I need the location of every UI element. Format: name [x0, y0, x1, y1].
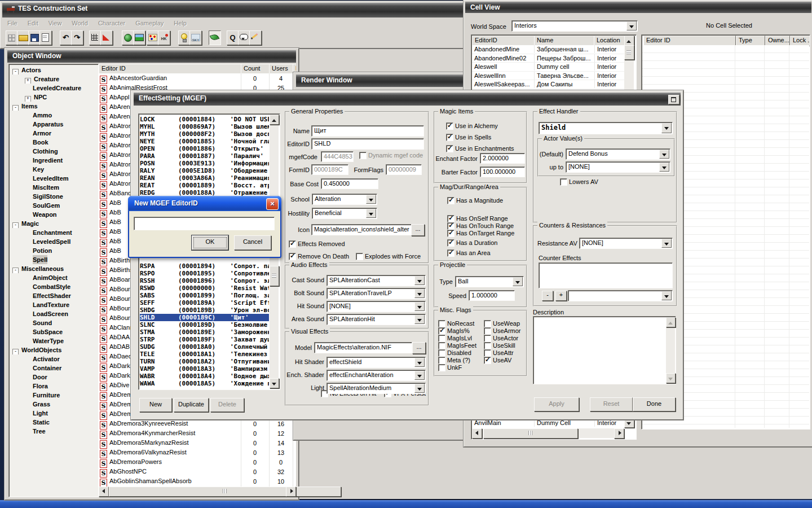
light-button[interactable]	[178, 30, 191, 45]
version-control-button[interactable]	[6, 30, 18, 45]
tree-item-door[interactable]: Door	[9, 373, 98, 382]
cell-row[interactable]: AleswellSakeepas...Дом СакипыInterior	[472, 80, 624, 89]
hit-sound-dropdown[interactable]: [NONE]	[326, 301, 426, 312]
chevron-down-icon[interactable]	[414, 371, 425, 380]
menu-world[interactable]: World	[67, 18, 93, 28]
mgef-list-item[interactable]: REAT(00001889)'Восст. атр	[140, 182, 269, 189]
mgef-list-item[interactable]: REAN(0003A86A)'Реанимация	[140, 174, 269, 182]
column-header-name[interactable]: Name	[534, 36, 596, 45]
hit-shader-dropdown[interactable]: effectShield	[326, 357, 426, 368]
cell-view-title-bar[interactable]: Cell View	[465, 2, 811, 13]
chevron-down-icon[interactable]	[661, 291, 672, 300]
ok-button[interactable]: OK	[192, 235, 228, 250]
icon-field[interactable]: Magic\alteration_icons\shield_alter	[311, 224, 412, 235]
tree-item-loadscreen[interactable]: LoadScreen	[9, 309, 98, 318]
scroll-thumb[interactable]	[624, 45, 634, 60]
editorid-field[interactable]: SHLD	[311, 138, 424, 150]
cell-list-hscrollbar[interactable]	[472, 428, 624, 438]
tree-item-clothing[interactable]: Clothing	[9, 147, 98, 156]
chevron-down-icon[interactable]	[659, 150, 669, 159]
mgef-list-item[interactable]: RSSH(00001896)'Сопрот. эл	[140, 277, 269, 284]
mgef-list-item[interactable]: SHDG(0000189B)'Урон эл-во	[140, 306, 269, 314]
checkbox-explodes-with-force[interactable]	[356, 253, 363, 260]
name-field[interactable]: Щит	[311, 125, 424, 137]
menu-file[interactable]: File	[2, 18, 23, 28]
tree-item-magic[interactable]: -Magic	[9, 219, 98, 228]
mgef-list-item[interactable]: RSWD(00000000)'Resist Wat	[140, 284, 269, 292]
tree-item-enchantment[interactable]: Enchantment	[9, 228, 98, 237]
column-header-count[interactable]: Count	[241, 64, 271, 73]
new-mgef-title-bar[interactable]: New MGEF EditorID ×	[128, 196, 281, 211]
cell-row[interactable]: AnvilMainDummy CellInterior	[472, 419, 624, 427]
scroll-down-icon[interactable]	[270, 378, 279, 388]
mgef-list-item[interactable]: LOCK(00001884)'DO NOT USE	[140, 116, 269, 123]
cast-sound-dropdown[interactable]: SPLAlterationCast	[326, 275, 426, 286]
mgef-list-item[interactable]: STMA(0000189E)'Замороженн	[140, 329, 269, 336]
tree-item-armor[interactable]: Armor	[9, 129, 98, 138]
checkbox-useskill[interactable]	[484, 342, 491, 349]
barter-factor-field[interactable]: 100.000000	[480, 167, 525, 177]
light-dropdown[interactable]: SpellAlterationMedium	[326, 383, 426, 394]
reset-button[interactable]: Reset	[590, 397, 633, 411]
collapse-icon[interactable]: -	[12, 105, 19, 111]
checkbox-meta[interactable]	[438, 357, 445, 364]
mgef-list-item[interactable]: WAWA(000018A5)'Хождение п	[140, 380, 269, 387]
sky-button[interactable]	[189, 30, 202, 45]
area-sound-dropdown[interactable]: SPLAlterationHit	[326, 314, 426, 325]
tree-item-leveledspell[interactable]: LeveledSpell	[9, 237, 98, 246]
world-button[interactable]	[122, 30, 134, 45]
chevron-down-icon[interactable]	[414, 384, 425, 393]
chevron-down-icon[interactable]	[414, 289, 425, 298]
scroll-left-icon[interactable]	[472, 428, 482, 439]
counter-add-button[interactable]: +	[555, 291, 567, 301]
collapse-icon[interactable]: -	[12, 268, 19, 273]
object-list-hscrollbar[interactable]	[99, 487, 296, 496]
tree-item-apparatus[interactable]: Apparatus	[9, 120, 98, 129]
mgef-list-item[interactable]: SHLD(0000189C)'Щит'	[140, 314, 269, 321]
hostility-dropdown[interactable]: Beneficial	[312, 208, 377, 219]
mgef-list-item[interactable]: TURN(000018A2)'Отпугивани	[140, 358, 269, 365]
object-row[interactable]: SAbDremora6ValkynazResist013	[99, 448, 296, 457]
menu-help[interactable]: Help	[169, 18, 192, 28]
counter-remove-button[interactable]: -	[542, 291, 553, 301]
checkbox-unkf[interactable]	[438, 364, 445, 371]
tree-item-effectshader[interactable]: EffectShader	[9, 291, 98, 300]
ench-shader-dropdown[interactable]: effectEnchantAlteration	[326, 370, 426, 381]
landscape-button[interactable]	[133, 30, 145, 45]
tree-item-activator[interactable]: Activator	[9, 354, 98, 364]
object-row[interactable]: SAbDremora3KynreeveResist016	[99, 419, 296, 428]
mgef-list-item[interactable]: SABS(00001899)'Поглощ. за	[140, 292, 269, 299]
chevron-down-icon[interactable]	[366, 195, 376, 204]
tree-item-worldobjects[interactable]: -WorldObjects	[9, 345, 98, 354]
object-row[interactable]: SAbGoblinShamanSpellAbsorb010	[99, 476, 296, 486]
checkbox-useav[interactable]	[484, 357, 491, 364]
main-title-bar[interactable]: TES Construction Set	[2, 3, 465, 17]
preferences-button[interactable]	[39, 30, 52, 45]
scroll-thumb[interactable]	[483, 428, 578, 439]
dialogue-button[interactable]	[238, 30, 250, 45]
column-header-editorid[interactable]: EditorID	[472, 36, 536, 45]
chevron-down-icon[interactable]	[414, 315, 425, 324]
collapse-icon[interactable]: -	[12, 69, 19, 75]
mgef-list-item[interactable]: MYTH(000008F2)'Вызов досп	[140, 130, 269, 138]
checkbox-use-in-enchantments[interactable]	[446, 145, 453, 152]
mgef-list-item[interactable]: STRP(0000189F)'Захват душ	[140, 336, 269, 343]
undo-button[interactable]	[60, 30, 72, 45]
havok-button[interactable]	[158, 30, 170, 45]
effect-handler-dropdown[interactable]: Shield	[539, 122, 673, 134]
scroll-right-icon[interactable]	[286, 487, 296, 497]
chevron-down-icon[interactable]	[414, 358, 425, 367]
tree-item-subspace[interactable]: SubSpace	[9, 327, 98, 336]
path-grid-button[interactable]	[147, 30, 159, 45]
tree-item-sound[interactable]: Sound	[9, 318, 98, 327]
checkbox-useweap[interactable]	[484, 320, 491, 327]
tree-item-miscitem[interactable]: MiscItem	[9, 183, 98, 192]
menu-gameplay[interactable]: Gameplay	[130, 18, 169, 28]
tree-item-ingredient[interactable]: Ingredient	[9, 156, 98, 165]
menu-view[interactable]: View	[43, 18, 67, 28]
mgef-list-item[interactable]: PARA(00001887)'Паралич'	[140, 152, 269, 160]
snap-angle-button[interactable]	[100, 30, 113, 45]
render-window-title-bar[interactable]: Render Window	[296, 75, 466, 87]
duplicate-button[interactable]: Duplicate	[174, 398, 209, 412]
tree-item-landtexture[interactable]: LandTexture	[9, 300, 98, 309]
